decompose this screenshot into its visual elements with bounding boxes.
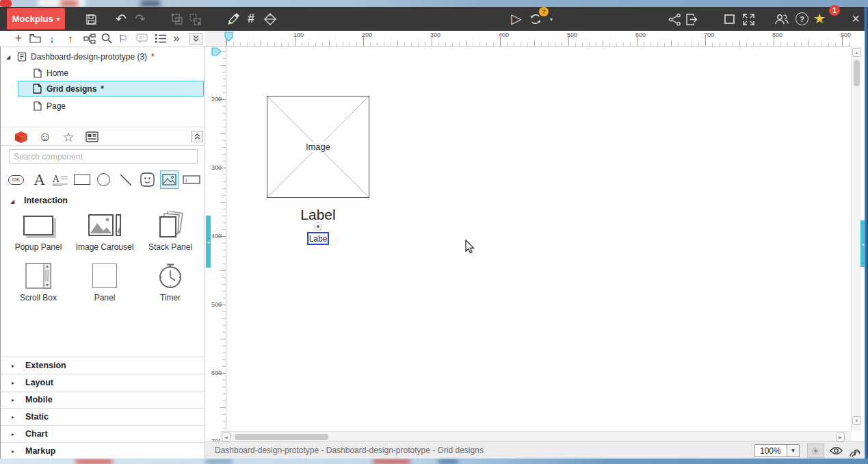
section-mobile[interactable]: ▸ Mobile: [1, 391, 205, 408]
quick-button-component-icon[interactable]: OK: [7, 170, 25, 189]
image-placeholder-element[interactable]: Image: [267, 96, 369, 198]
left-panel-collapse-handle[interactable]: ◂: [206, 216, 211, 268]
collapse-tree-button[interactable]: [189, 33, 202, 44]
zoom-select[interactable]: 100% ▼: [754, 444, 800, 457]
fullscreen-icon[interactable]: [741, 12, 756, 27]
scroll-box-icon: [5, 261, 71, 290]
mockplus-menu-button[interactable]: Mockplus ▾: [7, 8, 65, 29]
export-icon[interactable]: [684, 12, 699, 27]
refresh-caret-icon[interactable]: ▾: [547, 15, 555, 23]
restore-window-icon[interactable]: [723, 13, 735, 25]
component-tabs: ☺ ☆: [1, 127, 205, 146]
tab-favorites-star-icon[interactable]: ☆: [61, 129, 76, 145]
numbered-list-icon[interactable]: [154, 33, 168, 44]
quick-icon-component-icon[interactable]: [138, 170, 157, 189]
tree-expanded-icon[interactable]: ◢: [6, 54, 10, 60]
favorite-star-icon[interactable]: ★: [812, 10, 827, 27]
design-canvas[interactable]: Image Label: [226, 47, 851, 431]
v-ruler-label: 500: [211, 301, 222, 308]
redo-icon[interactable]: ↷: [133, 10, 148, 27]
scroll-right-icon[interactable]: ▶: [836, 433, 845, 441]
ruler-corner: [205, 31, 226, 47]
format-painter-icon[interactable]: [226, 12, 241, 27]
ungroup-icon[interactable]: [188, 12, 202, 26]
tree-item-project[interactable]: ◢ Dashboard-design-prototype (3) *: [1, 49, 205, 64]
v-ruler-label: 400: [211, 233, 222, 240]
component-panel[interactable]: Panel: [72, 261, 137, 302]
tree-item-home[interactable]: Home: [1, 66, 205, 81]
tab-icons-smiley-icon[interactable]: ☺: [38, 129, 53, 145]
vertical-scroll-thumb[interactable]: [854, 60, 860, 86]
settings-wrench-icon[interactable]: [846, 443, 863, 458]
horizontal-scrollbar[interactable]: ◀ ▶: [220, 431, 851, 441]
fill-bucket-icon[interactable]: [263, 12, 278, 27]
quick-line-component-icon[interactable]: [116, 170, 135, 189]
preview-play-icon[interactable]: ▷: [509, 10, 524, 27]
v-guide-marker-icon[interactable]: [211, 47, 222, 56]
grid-icon[interactable]: #: [244, 10, 258, 27]
v-ruler[interactable]: 200300400500600700: [211, 47, 226, 441]
svg-text:I: I: [185, 177, 187, 183]
target-icon: [314, 222, 322, 231]
mouse-cursor: [465, 240, 476, 255]
scroll-down-icon[interactable]: ▼: [852, 416, 861, 425]
move-down-icon[interactable]: ↓: [47, 32, 57, 44]
page-label: Page: [47, 101, 66, 111]
label-element[interactable]: Label: [267, 207, 369, 223]
vertical-scrollbar[interactable]: ▲ ▼: [851, 47, 861, 431]
sitemap-icon[interactable]: [83, 33, 96, 44]
quick-circle-component-icon[interactable]: [94, 170, 113, 189]
collapse-panel-button[interactable]: [191, 131, 203, 142]
scroll-up-icon[interactable]: ▲: [852, 48, 861, 57]
statusbar: Dashboard-design-prototype - Dashboard-d…: [205, 441, 865, 459]
group-icon[interactable]: [170, 12, 184, 26]
svg-text:A: A: [53, 174, 60, 184]
annotation-icon[interactable]: [135, 33, 148, 44]
component-stack-panel[interactable]: Stack Panel: [137, 211, 203, 252]
quick-rectangle-component-icon[interactable]: [73, 170, 91, 189]
section-chart[interactable]: ▸ Chart: [1, 425, 205, 442]
scroll-left-icon[interactable]: ◀: [222, 433, 231, 441]
section-markup[interactable]: ▸ Markup: [1, 442, 205, 459]
component-popup-panel[interactable]: Popup Panel: [5, 211, 71, 252]
tab-components-cube-icon[interactable]: [14, 130, 29, 144]
tree-item-page[interactable]: Page: [1, 99, 205, 114]
add-folder-icon[interactable]: [29, 33, 41, 44]
add-page-icon[interactable]: +: [12, 32, 25, 44]
component-scroll-box[interactable]: Scroll Box: [5, 261, 71, 302]
close-icon[interactable]: ×: [848, 10, 863, 27]
component-image-carousel[interactable]: Image Carousel: [72, 211, 137, 252]
section-layout[interactable]: ▸ Layout: [1, 374, 205, 391]
quick-text-component-icon[interactable]: A: [30, 170, 49, 189]
brightness-toggle-icon[interactable]: ☀: [807, 443, 824, 458]
save-icon[interactable]: [84, 12, 98, 26]
section-interaction-header[interactable]: ◢ Interaction: [1, 196, 205, 209]
undo-icon[interactable]: ↶: [114, 10, 129, 27]
page-toolbar: + ↓ ↑ ⚐ »: [0, 31, 205, 47]
section-static[interactable]: ▸ Static: [1, 408, 205, 425]
h-ruler-label: 700: [704, 31, 714, 38]
horizontal-scroll-thumb[interactable]: [235, 434, 328, 440]
preview-eye-icon[interactable]: [828, 443, 844, 458]
share-icon[interactable]: [667, 12, 682, 27]
h-guide-marker-icon[interactable]: [224, 31, 233, 42]
quick-input-component-icon[interactable]: I: [182, 170, 200, 189]
more-tools-icon[interactable]: »: [170, 31, 183, 45]
tree-item-grid-designs[interactable]: Grid designs *: [1, 81, 205, 96]
component-timer[interactable]: Timer: [137, 261, 203, 302]
move-up-icon[interactable]: ↑: [65, 32, 76, 44]
chevron-down-icon[interactable]: ▼: [787, 445, 799, 456]
tab-libraries-icon[interactable]: [84, 131, 99, 143]
label-edit-input[interactable]: [307, 232, 329, 245]
window-border: [865, 7, 868, 459]
flag-icon[interactable]: ⚐: [117, 31, 129, 45]
quick-richtext-component-icon[interactable]: A: [51, 170, 69, 189]
help-icon[interactable]: ?: [795, 12, 808, 25]
search-pages-icon[interactable]: [101, 32, 113, 44]
h-ruler-label: 900: [841, 31, 851, 38]
h-ruler[interactable]: 100200300400500600700800900: [226, 31, 851, 47]
quick-image-component-icon[interactable]: [160, 170, 179, 189]
collaborate-users-icon[interactable]: [773, 11, 789, 27]
section-extension[interactable]: ▸ Extension: [1, 357, 205, 374]
search-input[interactable]: [9, 149, 198, 164]
